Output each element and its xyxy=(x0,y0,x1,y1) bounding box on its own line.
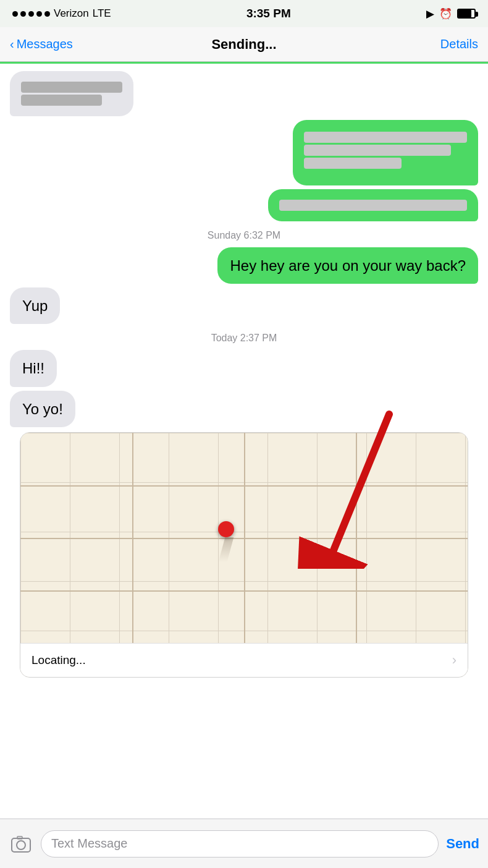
message-row xyxy=(10,120,478,185)
message-row: Yo yo! xyxy=(10,391,478,427)
location-message-bubble[interactable]: Locating... › xyxy=(20,432,468,678)
message-row xyxy=(10,189,478,221)
message-bubble[interactable] xyxy=(10,71,133,116)
timestamp: Sunday 6:32 PM xyxy=(10,230,478,241)
signal-dots xyxy=(12,11,50,17)
carrier-name: Verizon xyxy=(54,7,89,20)
input-bar: Text Message Send xyxy=(0,819,488,868)
locating-text: Locating... xyxy=(32,653,86,667)
message-text: Yup xyxy=(22,297,48,314)
back-button[interactable]: ‹ Messages xyxy=(10,37,73,51)
message-text: Hi!! xyxy=(22,360,44,377)
nav-bar: ‹ Messages Sending... Details xyxy=(0,27,488,62)
messages-area: Sunday 6:32 PM Hey hey are you on your w… xyxy=(0,64,488,819)
message-row: Yup xyxy=(10,287,478,324)
locating-bar[interactable]: Locating... › xyxy=(20,643,468,677)
message-row: Hi!! xyxy=(10,350,478,386)
status-time: 3:35 PM xyxy=(246,7,291,20)
message-row: Hey hey are you on your way back? xyxy=(10,247,478,284)
message-bubble[interactable] xyxy=(268,189,478,221)
status-right: ▶ ⏰ xyxy=(426,7,476,20)
timestamp: Today 2:37 PM xyxy=(10,333,478,344)
input-placeholder: Text Message xyxy=(51,836,127,851)
send-button[interactable]: Send xyxy=(446,836,479,852)
map-view xyxy=(20,433,468,643)
camera-button[interactable] xyxy=(9,832,33,856)
svg-point-3 xyxy=(17,841,25,849)
battery-icon xyxy=(457,9,476,19)
text-message-input[interactable]: Text Message xyxy=(41,830,439,857)
details-button[interactable]: Details xyxy=(440,37,478,51)
message-text: Yo yo! xyxy=(22,401,63,417)
message-text: Hey hey are you on your way back? xyxy=(230,257,466,274)
message-row xyxy=(10,71,478,116)
conversation-title: Sending... xyxy=(211,36,276,53)
network-type: LTE xyxy=(93,7,111,20)
back-label: Messages xyxy=(17,37,73,51)
message-bubble[interactable]: Hi!! xyxy=(10,350,57,386)
alarm-icon: ⏰ xyxy=(439,7,452,20)
status-left: Verizon LTE xyxy=(12,7,111,20)
status-bar: Verizon LTE 3:35 PM ▶ ⏰ xyxy=(0,0,488,27)
location-icon: ▶ xyxy=(426,7,434,20)
map-pin xyxy=(218,521,234,562)
message-bubble[interactable]: Yo yo! xyxy=(10,391,75,427)
chevron-left-icon: ‹ xyxy=(10,37,14,51)
message-bubble[interactable]: Yup xyxy=(10,287,60,324)
message-bubble[interactable]: Hey hey are you on your way back? xyxy=(217,247,478,284)
chevron-right-icon: › xyxy=(452,652,456,668)
message-bubble[interactable] xyxy=(293,120,478,185)
